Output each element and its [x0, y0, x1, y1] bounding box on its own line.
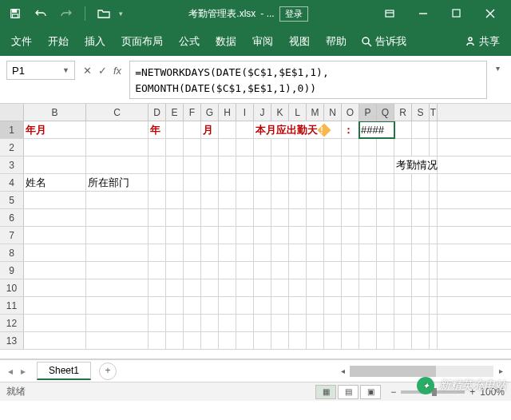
- col-N[interactable]: N: [324, 104, 342, 121]
- warning-icon: [318, 123, 331, 137]
- view-buttons: ▦ ▤ ▣: [315, 385, 381, 399]
- col-H[interactable]: H: [219, 104, 236, 121]
- login-button[interactable]: 登录: [279, 6, 308, 22]
- formula-input[interactable]: =NETWORKDAYS(DATE($C$1,$E$1,1), EOMONTH(…: [129, 61, 487, 99]
- sheet-tab-active[interactable]: Sheet1: [37, 362, 91, 380]
- row-2: 2: [0, 139, 511, 157]
- cell-D1[interactable]: 年: [149, 121, 166, 138]
- cell-T1[interactable]: [430, 121, 438, 138]
- svg-rect-1: [13, 10, 17, 13]
- accept-formula-button[interactable]: ✓: [98, 65, 107, 77]
- scroll-right-button[interactable]: ▸: [493, 367, 508, 375]
- col-S[interactable]: S: [412, 104, 430, 121]
- cell-H1[interactable]: [219, 121, 236, 138]
- row-header-3[interactable]: 3: [0, 157, 24, 173]
- col-J[interactable]: J: [254, 104, 271, 121]
- cell-P1-selected[interactable]: ####: [359, 121, 394, 138]
- maximize-button[interactable]: [441, 3, 473, 24]
- fx-label[interactable]: fx: [113, 65, 121, 77]
- cell-O1[interactable]: ：: [342, 121, 359, 138]
- tab-data[interactable]: 数据: [208, 28, 244, 55]
- formula-buttons: ✕ ✓ fx: [78, 61, 126, 80]
- col-K[interactable]: K: [271, 104, 289, 121]
- col-F[interactable]: F: [184, 104, 201, 121]
- watermark: ✦ 新精英充电站: [417, 377, 506, 394]
- col-D[interactable]: D: [149, 104, 166, 121]
- cell-E1[interactable]: [166, 121, 184, 138]
- col-E[interactable]: E: [166, 104, 184, 121]
- ribbon-options-button[interactable]: [374, 3, 406, 24]
- col-P[interactable]: P: [359, 104, 377, 121]
- select-all-corner[interactable]: [0, 104, 24, 121]
- tell-me[interactable]: 告诉我: [355, 34, 413, 49]
- share-button[interactable]: 共享: [457, 34, 508, 49]
- page-layout-view-button[interactable]: ▤: [338, 385, 358, 399]
- row-header-2[interactable]: 2: [0, 139, 24, 156]
- title-bar: ▾ 考勤管理表.xlsx - ... 登录: [0, 0, 511, 27]
- quick-access-toolbar: ▾: [5, 3, 123, 24]
- horizontal-scrollbar[interactable]: ◂ ▸: [335, 366, 511, 377]
- name-box[interactable]: P1 ▼: [6, 61, 75, 80]
- tab-review[interactable]: 审阅: [244, 28, 281, 55]
- cell-C1[interactable]: [86, 121, 149, 138]
- redo-button[interactable]: [56, 3, 77, 24]
- tab-view[interactable]: 视图: [281, 28, 318, 55]
- cancel-formula-button[interactable]: ✕: [83, 65, 92, 77]
- status-ready: 就绪: [6, 385, 26, 398]
- col-B[interactable]: B: [24, 104, 86, 121]
- sheet-next-button[interactable]: ▸: [18, 364, 29, 378]
- col-Q[interactable]: Q: [377, 104, 394, 121]
- wechat-icon: ✦: [417, 377, 434, 394]
- tab-home[interactable]: 开始: [40, 28, 77, 55]
- col-G[interactable]: G: [201, 104, 219, 121]
- tab-layout[interactable]: 页面布局: [113, 28, 171, 55]
- open-button[interactable]: [93, 3, 114, 24]
- col-M[interactable]: M: [307, 104, 324, 121]
- minimize-button[interactable]: [407, 3, 439, 24]
- add-sheet-button[interactable]: +: [99, 363, 117, 380]
- cell-S1[interactable]: [412, 121, 430, 138]
- sheet-prev-button[interactable]: ◂: [5, 364, 16, 378]
- expand-formula-bar[interactable]: ▾: [490, 61, 505, 73]
- cell-I1[interactable]: [236, 121, 254, 138]
- tab-help[interactable]: 帮助: [318, 28, 355, 55]
- page-break-view-button[interactable]: ▣: [360, 385, 381, 399]
- svg-point-9: [362, 38, 369, 44]
- tab-insert[interactable]: 插入: [77, 28, 113, 55]
- tab-formulas[interactable]: 公式: [171, 28, 208, 55]
- svg-line-10: [368, 43, 371, 46]
- undo-button[interactable]: [30, 3, 51, 24]
- row-header-1[interactable]: 1: [0, 121, 24, 138]
- cell-R1[interactable]: [394, 121, 412, 138]
- row-header-4[interactable]: 4: [0, 174, 24, 191]
- rows: 1 年月 年 月 本月应出勤天 ： #### 2 3: [0, 121, 511, 358]
- svg-rect-2: [13, 14, 18, 18]
- cell-R3[interactable]: 考勤情况: [394, 157, 438, 173]
- cell-F1[interactable]: [184, 121, 201, 138]
- row-3: 3 考勤情况: [0, 157, 511, 174]
- col-O[interactable]: O: [342, 104, 359, 121]
- scroll-thumb[interactable]: [350, 366, 436, 377]
- col-T[interactable]: T: [430, 104, 438, 121]
- svg-point-11: [469, 38, 472, 41]
- cell-J1[interactable]: 本月应出勤天: [254, 121, 342, 138]
- col-R[interactable]: R: [394, 104, 412, 121]
- cell-B4[interactable]: 姓名: [24, 174, 86, 191]
- cell-C4[interactable]: 所在部门: [86, 174, 149, 191]
- spreadsheet-grid[interactable]: B C D E F G H I J K L M N O P Q R S T 1 …: [0, 104, 511, 359]
- col-L[interactable]: L: [289, 104, 307, 121]
- scroll-left-button[interactable]: ◂: [335, 367, 350, 375]
- normal-view-button[interactable]: ▦: [315, 385, 336, 399]
- save-button[interactable]: [5, 3, 26, 24]
- watermark-text: 新精英充电站: [439, 378, 506, 393]
- scroll-track[interactable]: [350, 366, 493, 377]
- col-I[interactable]: I: [236, 104, 254, 121]
- close-button[interactable]: [474, 3, 506, 24]
- cell-B1[interactable]: 年月: [24, 121, 86, 138]
- cell-G1[interactable]: 月: [201, 121, 219, 138]
- zoom-out-button[interactable]: −: [390, 386, 396, 398]
- window-controls: [374, 3, 506, 24]
- tab-file[interactable]: 文件: [3, 28, 40, 55]
- row-1: 1 年月 年 月 本月应出勤天 ： ####: [0, 121, 511, 139]
- col-C[interactable]: C: [86, 104, 149, 121]
